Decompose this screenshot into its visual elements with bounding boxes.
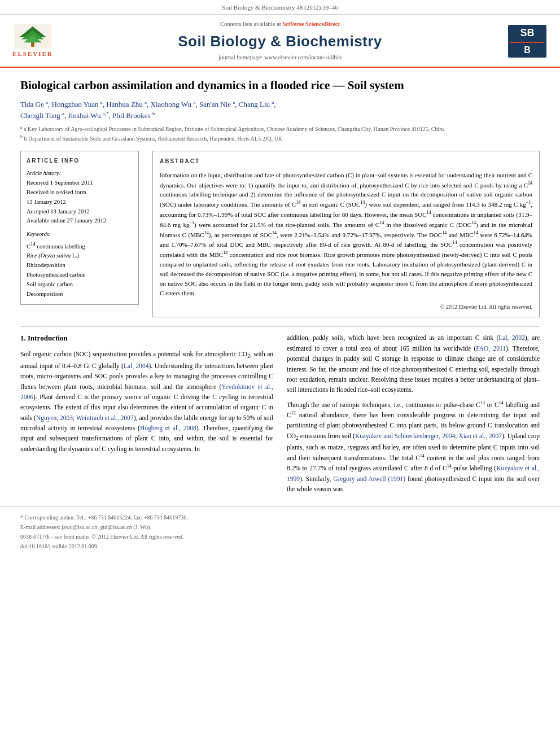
footer: * Corresponding author. Tel.: +86 731 84… (0, 506, 560, 558)
intro-heading: 1. Introduction (20, 333, 273, 344)
affiliation-b: b b Department of Sustainable Soils and … (20, 134, 540, 143)
copyright-text: © 2012 Elsevier Ltd. All rights reserved… (160, 303, 532, 312)
received-date: Received 1 September 2011 (27, 178, 133, 188)
sciencedirect-line: Contents lists available at SciVerse Sci… (67, 20, 493, 29)
article-info-abstract-row: ARTICLE INFO Article history: Received 1… (20, 151, 540, 317)
journal-center-info: Contents lists available at SciVerse Sci… (55, 20, 505, 62)
intro-para-2: addition, paddy soils, which have been r… (287, 333, 540, 395)
accepted-date: Accepted 13 January 2012 (27, 207, 133, 217)
history-label: Article history: (27, 169, 133, 177)
journal-logo-right: SB B (505, 24, 550, 58)
doi-line: doi:10.1016/j.soilbio.2012.01.009 (20, 543, 540, 551)
article-info-column: ARTICLE INFO Article history: Received 1… (20, 151, 139, 317)
elsevier-logo: ELSEVIER (10, 24, 55, 58)
sbb-logo-box: SB B (508, 25, 546, 58)
article-info-label: ARTICLE INFO (27, 157, 133, 165)
abstract-text: Information on the input, distribution a… (160, 171, 532, 298)
keywords-label: Keywords: (27, 230, 133, 238)
article-info-box: ARTICLE INFO Article history: Received 1… (20, 151, 139, 305)
email-line: E-mail addresses: jawu@isa.ac.cn, gtd@is… (20, 523, 540, 531)
kw-3: Rhizodeposition (27, 261, 133, 270)
affiliations: a a Key Laboratory of Agro-ecological Pr… (20, 124, 540, 143)
keywords-section: Keywords: C14 continuous labelling Rice … (27, 230, 133, 299)
info-dates: Received 1 September 2011 Received in re… (27, 178, 133, 226)
body-col-left: 1. Introduction Soil organic carbon (SOC… (20, 333, 273, 499)
kw-5: Soil organic carbon (27, 280, 133, 290)
kw-6: Decomposition (27, 290, 133, 299)
abstract-label: ABSTRACT (160, 157, 532, 166)
kw-4: Photosynthesized carbon (27, 270, 133, 280)
sciencedirect-link[interactable]: SciVerse ScienceDirect (282, 21, 340, 27)
journal-homepage: journal homepage: www.elsevier.com/locat… (67, 54, 493, 62)
corresponding-author: * Corresponding author. Tel.: +86 731 84… (20, 514, 540, 522)
authors-line: Tida Ge a, Hongzhao Yuan a, Hanhua Zhu a… (20, 99, 540, 121)
body-col-right: addition, paddy soils, which have been r… (287, 333, 540, 499)
received-revised-label: Received in revised form (27, 188, 133, 198)
received-revised-date: 13 January 2012 (27, 198, 133, 207)
journal-citation-bar: Soil Biology & Biochemistry 48 (2012) 39… (0, 0, 560, 15)
intro-para-1: Soil organic carbon (SOC) sequestration … (20, 349, 273, 454)
kw-2: Rice (Oryza sativa L.) (27, 251, 133, 261)
journal-citation-text: Soil Biology & Biochemistry 48 (2012) 39… (222, 4, 338, 11)
elsevier-label: ELSEVIER (12, 50, 53, 58)
affiliation-a: a a Key Laboratory of Agro-ecological Pr… (20, 124, 540, 133)
section-divider (20, 326, 540, 327)
abstract-column: ABSTRACT Information on the input, distr… (152, 151, 540, 317)
journal-header: ELSEVIER Contents lists available at Sci… (0, 15, 560, 68)
body-text: 1. Introduction Soil organic carbon (SOC… (20, 333, 540, 499)
abstract-box: ABSTRACT Information on the input, distr… (152, 151, 540, 317)
available-date: Available online 27 January 2012 (27, 216, 133, 226)
intro-para-3: Through the use of isotopic techniques, … (287, 400, 540, 495)
kw-1: C14 continuous labelling (27, 240, 133, 251)
main-content: Biological carbon assimilation and dynam… (0, 68, 560, 499)
journal-title: Soil Biology & Biochemistry (67, 31, 493, 51)
article-title: Biological carbon assimilation and dynam… (20, 78, 540, 93)
issn-line: 0038-0717/$ – see front matter © 2012 El… (20, 533, 540, 541)
keywords-list: C14 continuous labelling Rice (Oryza sat… (27, 240, 133, 299)
